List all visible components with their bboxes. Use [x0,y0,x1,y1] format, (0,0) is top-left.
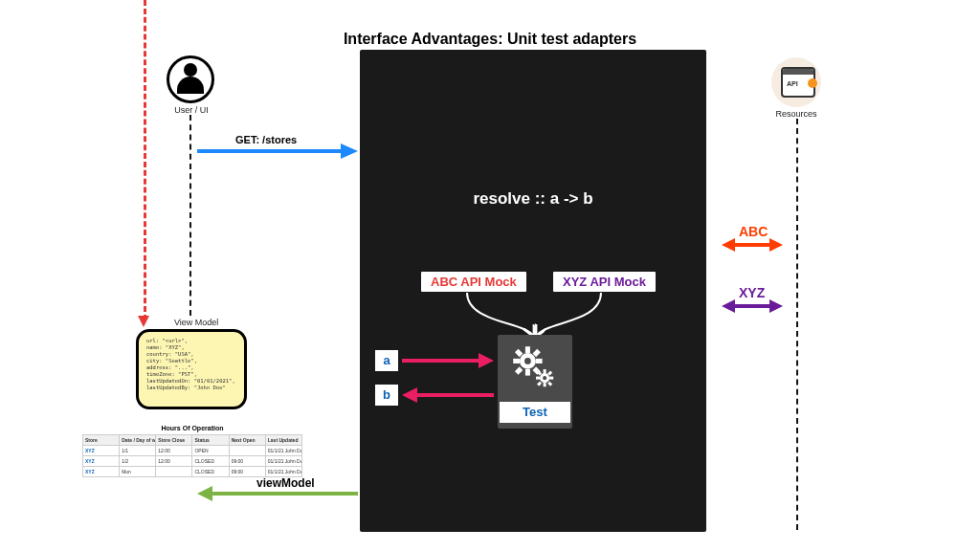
svg-rect-17 [547,382,552,386]
resources-label: Resources [771,109,821,119]
svg-rect-2 [525,369,530,376]
resolve-signature: resolve :: a -> b [360,189,706,209]
xyz-label: XYZ [739,285,765,300]
red-arrowhead [138,316,149,327]
table-cell: 01/1/21 John Doe [265,456,301,467]
table-cell: XYZ [83,446,120,456]
get-stores-label: GET: /stores [235,134,297,145]
svg-rect-14 [549,377,553,380]
view-model-arrow-label: viewModel [256,476,315,490]
user-icon [167,55,214,103]
svg-rect-11 [544,369,546,373]
table-header: Store Close [156,435,192,446]
test-label: Test [500,402,570,423]
view-model-code: url: "<url>", name: "XYZ", country: "USA… [146,338,236,391]
table-header: Status [192,435,229,446]
output-b: b [375,385,398,406]
test-component: Test [498,335,572,429]
hours-table: StoreDate / Day of wkStore CloseStatusNe… [82,434,302,477]
user-lifeline [189,115,191,316]
table-title: Hours Of Operation [82,425,302,431]
api-resources-icon: API [781,67,815,98]
table-cell: XYZ [83,467,120,477]
table-cell: 09:00 [229,467,265,477]
table-header: Next Open [229,435,265,446]
external-red-lifeline [144,0,146,320]
svg-rect-12 [544,383,546,386]
table-cell: 12:00 [156,456,192,467]
svg-point-19 [543,376,546,380]
diagram-title: Interface Advantages: Unit test adapters [0,31,980,48]
table-row: XYZMonCLOSED09:0001/1/21 John Doe [83,467,302,477]
svg-rect-16 [537,382,542,386]
table-row: XYZ1/212:00CLOSED09:0001/1/21 John Doe [83,456,302,467]
table-cell: 01/1/21 John Doe [265,467,301,477]
table-cell: 1/2 [120,456,156,467]
svg-point-9 [524,358,531,364]
view-model-box: url: "<url>", name: "XYZ", country: "USA… [136,329,247,409]
svg-rect-1 [525,346,530,353]
table-cell: 1/1 [120,446,156,456]
table-cell: 01/1/21 John Doe [265,446,301,456]
table-cell [229,446,265,456]
table-cell: 09:00 [229,456,265,467]
gears-icon [509,342,561,394]
table-row: XYZ1/112:00OPEN 01/1/21 John Doe [83,446,302,456]
table-header: Last Updated [265,435,301,446]
svg-rect-3 [513,359,520,364]
table-cell: XYZ [83,456,120,467]
table-cell: CLOSED [192,467,229,477]
table-header: Date / Day of wk [120,435,156,446]
table-cell: Mon [120,467,156,477]
svg-rect-6 [515,366,523,374]
input-a: a [375,350,398,371]
table-cell: 12:00 [156,446,192,456]
table-cell [156,467,192,477]
svg-rect-13 [536,377,540,380]
table-cell: OPEN [192,446,229,456]
table-header: Store [83,435,120,446]
table-cell: CLOSED [192,456,229,467]
abc-label: ABC [739,224,768,239]
resources-lifeline [796,119,798,530]
user-label: User / UI [153,105,230,115]
view-model-label: View Model [174,318,218,327]
svg-rect-4 [536,359,543,364]
